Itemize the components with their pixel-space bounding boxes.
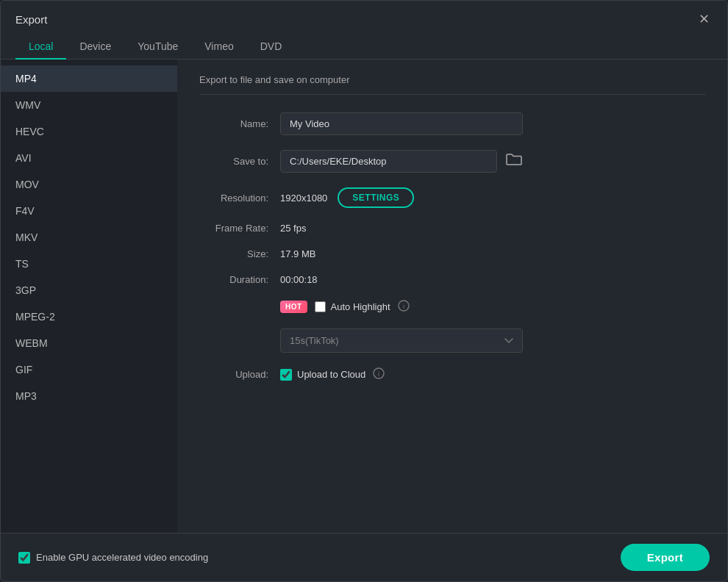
title-bar: Export ✕ [1,1,727,35]
duration-value: 00:00:18 [280,274,318,285]
upload-row: Upload: Upload to Cloud i [199,367,705,381]
dialog-title: Export [15,13,47,26]
auto-highlight-label[interactable]: Auto Highlight [315,301,390,312]
name-label: Name: [199,118,280,129]
resolution-row: Resolution: 1920x1080 SETTINGS [199,187,705,208]
tab-vimeo[interactable]: Vimeo [191,35,246,60]
format-mkv[interactable]: MKV [1,224,177,251]
main-panel: Export to file and save on computer Name… [177,60,727,533]
format-mp4[interactable]: MP4 [1,65,177,92]
folder-browse-button[interactable] [503,150,525,173]
save-to-row: Save to: [199,150,705,173]
save-to-input[interactable] [280,150,497,173]
resolution-value: 1920x1080 [280,193,327,204]
resolution-label: Resolution: [199,193,280,204]
size-row: Size: 17.9 MB [199,248,705,259]
resolution-controls: 1920x1080 SETTINGS [280,187,414,208]
frame-rate-value: 25 fps [280,223,306,234]
duration-row: Duration: 00:00:18 [199,274,705,285]
bottom-bar: Enable GPU accelerated video encoding Ex… [1,533,727,581]
export-dialog: Export ✕ Local Device YouTube Vimeo DVD … [0,0,728,582]
upload-label: Upload: [199,369,280,380]
tabs-bar: Local Device YouTube Vimeo DVD [1,35,727,60]
tiktok-duration-select[interactable]: 15s(TikTok) [280,328,523,353]
gpu-label-text: Enable GPU accelerated video encoding [36,552,208,563]
upload-controls: Upload to Cloud i [280,367,385,381]
upload-to-cloud-text: Upload to Cloud [297,369,365,380]
gpu-checkbox[interactable] [18,552,30,564]
format-mp3[interactable]: MP3 [1,383,177,409]
save-to-label: Save to: [199,156,280,167]
svg-text:i: i [403,303,404,310]
format-avi[interactable]: AVI [1,145,177,171]
panel-description: Export to file and save on computer [199,74,705,95]
tab-youtube[interactable]: YouTube [124,35,191,60]
duration-label: Duration: [199,274,280,285]
close-button[interactable]: ✕ [696,11,713,27]
format-wmv[interactable]: WMV [1,92,177,118]
name-row: Name: [199,112,705,135]
size-value: 17.9 MB [280,248,315,259]
content-area: MP4 WMV HEVC AVI MOV F4V MKV TS 3GP MPEG… [1,60,727,533]
svg-text:i: i [378,370,379,378]
auto-highlight-info-icon[interactable]: i [398,300,410,314]
settings-button[interactable]: SETTINGS [338,187,414,208]
format-f4v[interactable]: F4V [1,198,177,224]
size-label: Size: [199,248,280,259]
auto-highlight-checkbox[interactable] [315,301,326,312]
upload-to-cloud-checkbox[interactable] [280,369,292,381]
format-mpeg2[interactable]: MPEG-2 [1,303,177,330]
save-to-field [280,150,525,173]
format-mov[interactable]: MOV [1,171,177,198]
frame-rate-label: Frame Rate: [199,223,280,234]
tab-device[interactable]: Device [66,35,124,60]
tiktok-row: 15s(TikTok) [199,328,705,353]
format-gif[interactable]: GIF [1,356,177,383]
format-hevc[interactable]: HEVC [1,118,177,145]
name-input[interactable] [280,112,523,135]
hot-badge: HOT [280,301,307,313]
auto-highlight-controls: HOT Auto Highlight i [280,300,410,314]
auto-highlight-text: Auto Highlight [331,301,390,312]
upload-to-cloud-label[interactable]: Upload to Cloud [280,369,365,381]
format-3gp[interactable]: 3GP [1,277,177,303]
format-sidebar: MP4 WMV HEVC AVI MOV F4V MKV TS 3GP MPEG… [1,60,177,533]
gpu-label[interactable]: Enable GPU accelerated video encoding [18,552,208,564]
frame-rate-row: Frame Rate: 25 fps [199,223,705,234]
upload-info-icon[interactable]: i [373,367,385,381]
auto-highlight-row: HOT Auto Highlight i [199,300,705,314]
tab-dvd[interactable]: DVD [247,35,296,60]
format-webm[interactable]: WEBM [1,330,177,356]
export-button[interactable]: Export [621,544,710,571]
tab-local[interactable]: Local [15,35,66,60]
format-ts[interactable]: TS [1,251,177,277]
